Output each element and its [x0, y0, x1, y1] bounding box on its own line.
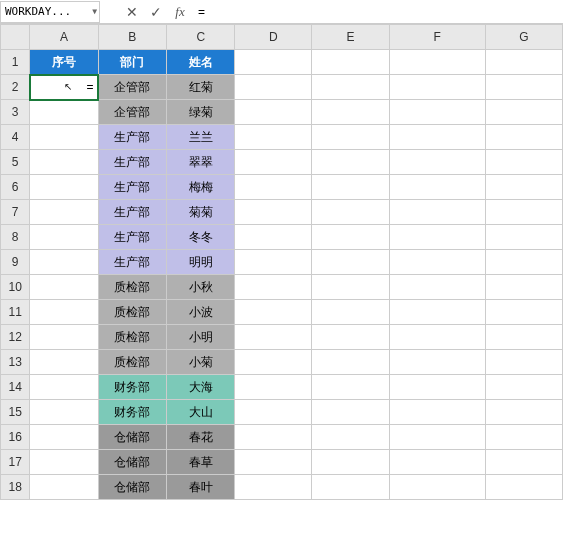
dropdown-icon[interactable]: ▼	[92, 7, 97, 16]
cell[interactable]: 大海	[167, 375, 235, 400]
cell[interactable]	[312, 425, 389, 450]
cell[interactable]	[485, 225, 562, 250]
row-header[interactable]: 6	[1, 175, 30, 200]
cell[interactable]	[485, 450, 562, 475]
cell[interactable]	[235, 250, 312, 275]
cell[interactable]: 生产部	[98, 175, 167, 200]
cell[interactable]	[312, 50, 389, 75]
cell[interactable]	[485, 200, 562, 225]
cell[interactable]	[30, 400, 98, 425]
cell[interactable]	[30, 350, 98, 375]
cell[interactable]: 生产部	[98, 250, 167, 275]
row-header[interactable]: 15	[1, 400, 30, 425]
cell[interactable]	[30, 125, 98, 150]
cell[interactable]	[312, 200, 389, 225]
row-header[interactable]: 17	[1, 450, 30, 475]
cell[interactable]: 小波	[167, 300, 235, 325]
cell[interactable]: 小菊	[167, 350, 235, 375]
cell[interactable]	[235, 475, 312, 500]
cell[interactable]	[235, 400, 312, 425]
row-header[interactable]: 2	[1, 75, 30, 100]
cell[interactable]	[312, 450, 389, 475]
cell[interactable]	[312, 150, 389, 175]
cell[interactable]: 大山	[167, 400, 235, 425]
col-header-g[interactable]: G	[485, 25, 562, 50]
fx-icon[interactable]: fx	[168, 2, 192, 22]
cell[interactable]	[389, 200, 485, 225]
row-header[interactable]: 7	[1, 200, 30, 225]
cell[interactable]	[389, 150, 485, 175]
cell[interactable]	[235, 125, 312, 150]
cell[interactable]	[389, 75, 485, 100]
cell[interactable]	[235, 275, 312, 300]
cell[interactable]	[235, 75, 312, 100]
cell[interactable]	[389, 425, 485, 450]
cell[interactable]	[485, 425, 562, 450]
cell[interactable]	[312, 325, 389, 350]
cell[interactable]	[312, 225, 389, 250]
cell[interactable]	[30, 175, 98, 200]
cell[interactable]	[30, 325, 98, 350]
col-header-d[interactable]: D	[235, 25, 312, 50]
cell[interactable]	[30, 300, 98, 325]
cell[interactable]	[235, 375, 312, 400]
cell[interactable]	[485, 325, 562, 350]
cell[interactable]	[235, 100, 312, 125]
cell[interactable]	[312, 175, 389, 200]
cell[interactable]	[235, 450, 312, 475]
cell[interactable]: 冬冬	[167, 225, 235, 250]
cell[interactable]: 小明	[167, 325, 235, 350]
cell[interactable]: 财务部	[98, 375, 167, 400]
cell[interactable]: 生产部	[98, 125, 167, 150]
cell[interactable]	[312, 250, 389, 275]
cell[interactable]	[30, 200, 98, 225]
cell[interactable]: 绿菊	[167, 100, 235, 125]
cell[interactable]	[485, 475, 562, 500]
cell[interactable]: 质检部	[98, 300, 167, 325]
cell[interactable]	[485, 125, 562, 150]
active-cell[interactable]: =↖	[30, 75, 98, 100]
cell[interactable]	[389, 125, 485, 150]
cell[interactable]	[485, 50, 562, 75]
cell[interactable]	[389, 400, 485, 425]
row-header[interactable]: 12	[1, 325, 30, 350]
row-header[interactable]: 9	[1, 250, 30, 275]
cell[interactable]: 部门	[98, 50, 167, 75]
cell[interactable]: 春草	[167, 450, 235, 475]
row-header[interactable]: 13	[1, 350, 30, 375]
row-header[interactable]: 14	[1, 375, 30, 400]
cell[interactable]	[30, 425, 98, 450]
cell[interactable]: 翠翠	[167, 150, 235, 175]
row-header[interactable]: 10	[1, 275, 30, 300]
cell[interactable]	[235, 350, 312, 375]
cell[interactable]: 姓名	[167, 50, 235, 75]
row-header[interactable]: 5	[1, 150, 30, 175]
cell[interactable]	[389, 50, 485, 75]
row-header[interactable]: 3	[1, 100, 30, 125]
formula-input[interactable]	[192, 2, 563, 22]
cell[interactable]: 质检部	[98, 350, 167, 375]
cell[interactable]	[389, 100, 485, 125]
cell[interactable]	[485, 150, 562, 175]
cell[interactable]: 企管部	[98, 75, 167, 100]
cell[interactable]: 菊菊	[167, 200, 235, 225]
cell[interactable]	[312, 275, 389, 300]
cell[interactable]	[485, 250, 562, 275]
row-header[interactable]: 18	[1, 475, 30, 500]
cell[interactable]: 企管部	[98, 100, 167, 125]
cell[interactable]	[312, 100, 389, 125]
cell[interactable]	[312, 350, 389, 375]
name-box[interactable]: WORKDAY... ▼	[0, 1, 100, 23]
cell[interactable]	[485, 275, 562, 300]
row-header[interactable]: 11	[1, 300, 30, 325]
cell[interactable]: 春花	[167, 425, 235, 450]
cell[interactable]	[30, 225, 98, 250]
col-header-b[interactable]: B	[98, 25, 167, 50]
cell[interactable]	[235, 150, 312, 175]
cell[interactable]: 梅梅	[167, 175, 235, 200]
cell[interactable]	[485, 300, 562, 325]
row-header[interactable]: 8	[1, 225, 30, 250]
cell[interactable]	[235, 50, 312, 75]
cell[interactable]	[30, 250, 98, 275]
cell[interactable]	[389, 350, 485, 375]
